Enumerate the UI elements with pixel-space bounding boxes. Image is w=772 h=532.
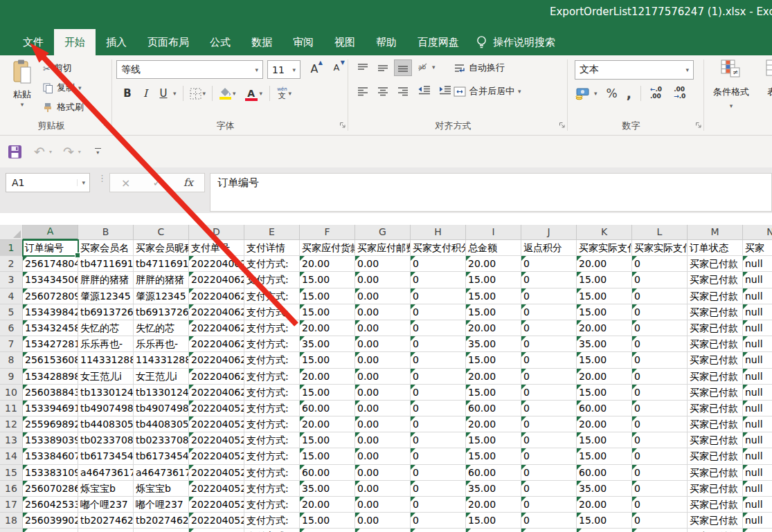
cell-K11[interactable]: 60.00	[577, 401, 632, 416]
column-header-F[interactable]: F	[300, 225, 355, 240]
tab-review[interactable]: 审阅	[282, 29, 324, 55]
cell-D2[interactable]: 202204062	[189, 256, 244, 272]
row-header-11[interactable]: 11	[0, 401, 23, 416]
cell-K19[interactable]: 20.00	[577, 529, 632, 532]
cell-L16[interactable]: 0	[632, 481, 688, 497]
cell-K3[interactable]: 15.00	[577, 272, 632, 288]
cell-L2[interactable]: 0	[632, 256, 688, 272]
percent-style-button[interactable]: %	[607, 86, 618, 100]
cell-F9[interactable]: 20.00	[300, 369, 355, 385]
cell-M1[interactable]: 订单状态	[688, 240, 743, 256]
cell-C13[interactable]: tb0233708	[134, 432, 189, 448]
cell-F7[interactable]: 35.00	[300, 336, 355, 352]
column-header-G[interactable]: G	[355, 225, 411, 240]
tab-file[interactable]: 文件	[12, 29, 54, 55]
cell-I9[interactable]: 20.00	[466, 369, 521, 385]
font-size-combobox[interactable]: 11 ▾	[267, 60, 300, 79]
increase-indent-icon[interactable]	[438, 85, 452, 95]
column-header-I[interactable]: I	[466, 225, 521, 240]
cell-B18[interactable]: tb2027462	[78, 513, 134, 529]
cell-K17[interactable]: 20.00	[577, 497, 632, 513]
cell-K18[interactable]: 15.00	[577, 513, 632, 529]
row-header-18[interactable]: 18	[0, 513, 23, 529]
row-header-5[interactable]: 5	[0, 304, 23, 320]
cell-D18[interactable]: 202204052	[189, 513, 244, 529]
cell-I19[interactable]: 20.00	[466, 529, 521, 532]
cell-N16[interactable]: null	[743, 481, 772, 497]
cell-L17[interactable]: 0	[632, 497, 688, 513]
cell-I10[interactable]: 15.00	[466, 385, 521, 401]
decrease-indent-icon[interactable]	[418, 85, 431, 95]
cell-A10[interactable]: 256038843	[23, 385, 78, 401]
cell-G13[interactable]: 0.00	[355, 432, 411, 448]
cell-D9[interactable]: 202204062	[189, 369, 244, 385]
cell-E19[interactable]: 支付方式:	[244, 529, 300, 532]
cell-F2[interactable]: 20.00	[300, 256, 355, 272]
cell-I12[interactable]: 20.00	[466, 416, 521, 432]
cell-C2[interactable]: tb4711691	[134, 256, 189, 272]
undo-dropdown-arrow[interactable]: ▾	[49, 149, 52, 155]
cell-A18[interactable]: 256039902	[23, 513, 78, 529]
cell-J7[interactable]: 0	[521, 336, 577, 352]
cell-J19[interactable]: 0	[521, 529, 577, 532]
underline-button[interactable]: U	[155, 87, 172, 100]
cell-H17[interactable]: 0	[411, 497, 466, 513]
cell-G2[interactable]: 0.00	[355, 256, 411, 272]
cell-B12[interactable]: tb4408305	[78, 416, 134, 432]
tab-help[interactable]: 帮助	[366, 29, 407, 55]
cell-E3[interactable]: 支付方式:	[244, 272, 300, 288]
conditional-formatting-dropdown-arrow[interactable]: ▾	[730, 102, 733, 109]
cell-F11[interactable]: 60.00	[300, 401, 355, 416]
cell-E13[interactable]: 支付方式:	[244, 432, 300, 448]
cell-C5[interactable]: tb6913726	[134, 304, 189, 320]
column-header-N[interactable]: N	[743, 225, 772, 240]
cell-K6[interactable]: 20.00	[577, 320, 632, 336]
cell-C16[interactable]: 烁宝宝b	[134, 481, 189, 497]
column-header-D[interactable]: D	[189, 225, 244, 240]
align-bottom-button[interactable]	[394, 59, 412, 76]
cell-F13[interactable]: 15.00	[300, 432, 355, 448]
cell-C9[interactable]: 女王范儿i	[134, 369, 189, 385]
copy-dropdown-arrow[interactable]: ▾	[78, 84, 82, 91]
copy-button[interactable]: 复制 ▾	[43, 82, 82, 94]
cell-E5[interactable]: 支付方式:	[244, 304, 300, 320]
bold-button[interactable]: B	[119, 87, 136, 100]
cell-N3[interactable]: null	[743, 272, 772, 288]
cell-E1[interactable]: 支付详情	[244, 240, 300, 256]
cell-C7[interactable]: 乐乐再也-	[134, 336, 189, 352]
cell-F17[interactable]: 20.00	[300, 497, 355, 513]
cell-A15[interactable]: 153383109	[23, 465, 78, 481]
cell-M7[interactable]: 买家已付款	[688, 336, 743, 352]
cell-M3[interactable]: 买家已付款	[688, 272, 743, 288]
cell-K15[interactable]: 60.00	[577, 465, 632, 481]
cell-E7[interactable]: 支付方式:	[244, 336, 300, 352]
cell-L15[interactable]: 0	[632, 465, 688, 481]
cell-M13[interactable]: 买家已付款	[688, 432, 743, 448]
cut-button[interactable]: ✂剪切	[43, 62, 72, 75]
cell-L12[interactable]: 0	[632, 416, 688, 432]
comma-style-button[interactable]: ,	[627, 86, 631, 101]
cell-N13[interactable]: null	[743, 432, 772, 448]
tab-data[interactable]: 数据	[241, 29, 282, 55]
cell-C14[interactable]: tb6173454	[134, 448, 189, 464]
phonetic-dropdown-arrow[interactable]: ▾	[289, 90, 292, 97]
cell-E4[interactable]: 支付方式:	[244, 288, 300, 304]
cell-H14[interactable]: 0	[411, 448, 466, 464]
alignment-dialog-launcher[interactable]	[559, 118, 566, 131]
borders-icon[interactable]	[190, 88, 201, 100]
cell-M15[interactable]: 买家已付款	[688, 465, 743, 481]
accounting-format-icon[interactable]	[575, 87, 589, 100]
cell-D14[interactable]: 202204052	[189, 448, 244, 464]
cell-N9[interactable]: null	[743, 369, 772, 385]
cell-L7[interactable]: 0	[632, 336, 688, 352]
cell-C17[interactable]: 嘟个哩237	[134, 497, 189, 513]
cell-L13[interactable]: 0	[632, 432, 688, 448]
cell-B4[interactable]: 肇源12345	[78, 288, 134, 304]
cell-E12[interactable]: 支付方式:	[244, 416, 300, 432]
cell-N7[interactable]: null	[743, 336, 772, 352]
cell-M9[interactable]: 买家已付款	[688, 369, 743, 385]
cell-I16[interactable]: 35.00	[466, 481, 521, 497]
cell-G14[interactable]: 0.00	[355, 448, 411, 464]
cell-L18[interactable]: 0	[632, 513, 688, 529]
cell-B5[interactable]: tb6913726	[78, 304, 134, 320]
